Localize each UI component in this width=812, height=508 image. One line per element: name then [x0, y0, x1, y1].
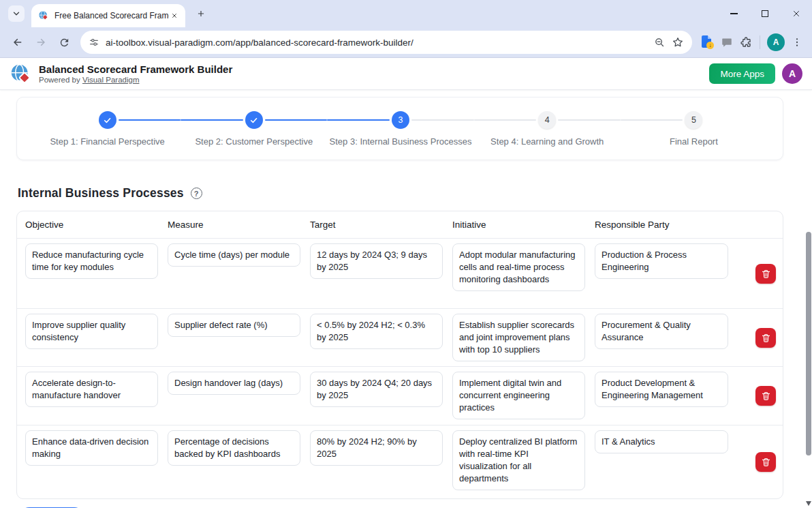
stepper-step-1[interactable]: Step 1: Financial Perspective	[34, 111, 181, 147]
trash-icon	[761, 391, 771, 401]
reload-button[interactable]	[53, 31, 75, 53]
bookmark-star-icon[interactable]	[672, 36, 684, 48]
delete-row-button[interactable]	[755, 386, 776, 406]
stepper-step-3[interactable]: 3 Step 3: Internal Business Processes	[327, 111, 473, 147]
target-input[interactable]: 80% by 2024 H2; 90% by 2025	[310, 430, 443, 466]
scorecard-table: Objective Measure Target Initiative Resp…	[16, 211, 783, 499]
initiative-input[interactable]: Deploy centralized BI platform with real…	[452, 430, 585, 490]
stepper-step-4[interactable]: 4 Step 4: Learning and Growth	[474, 111, 621, 147]
browser-tab[interactable]: Free Balanced Scorecard Framew	[31, 4, 185, 27]
back-icon	[12, 36, 24, 48]
responsible-party-input[interactable]: IT & Analytics	[595, 430, 728, 453]
step-1-check-circle	[99, 111, 116, 129]
browser-profile-avatar[interactable]: A	[767, 33, 785, 51]
address-bar[interactable]: ai-toolbox.visual-paradigm.com/app/balan…	[80, 31, 692, 54]
page-content: Balanced Scorecard Framework Builder Pow…	[0, 58, 812, 508]
tab-close-icon[interactable]	[169, 10, 180, 21]
stepper-card: Step 1: Financial Perspective Step 2: Cu…	[16, 97, 783, 160]
measure-input[interactable]: Design handover lag (days)	[168, 372, 300, 395]
table-row: Reduce manufacturing cycle time for key …	[17, 239, 783, 308]
document-extension-icon[interactable]: ↓	[702, 35, 714, 49]
delete-row-button[interactable]	[755, 328, 776, 348]
trash-icon	[761, 269, 771, 279]
initiative-input[interactable]: Implement digital twin and concurrent en…	[452, 372, 585, 419]
measure-input[interactable]: Cycle time (days) per module	[168, 243, 300, 267]
zoom-indicator-icon[interactable]	[654, 37, 666, 48]
reload-icon	[59, 37, 70, 48]
scrollbar-down-arrow[interactable]	[806, 501, 811, 506]
toolbar-divider	[760, 35, 760, 49]
responsible-party-input[interactable]: Production & Process Engineering	[595, 243, 728, 279]
trash-icon	[761, 457, 771, 467]
step-3-label: Step 3: Internal Business Processes	[330, 136, 472, 147]
initiative-input[interactable]: Establish supplier scorecards and joint …	[452, 314, 585, 361]
connector	[327, 119, 390, 121]
close-button[interactable]	[781, 0, 812, 27]
page-title: Internal Business Processes	[18, 186, 184, 200]
visual-paradigm-link[interactable]: Visual Paradigm	[82, 76, 140, 84]
site-settings-icon[interactable]	[89, 37, 99, 48]
plus-icon	[196, 9, 206, 18]
objective-input[interactable]: Reduce manufacturing cycle time for key …	[25, 243, 158, 279]
more-apps-button[interactable]: More Apps	[709, 63, 775, 84]
page-scrollbar[interactable]	[805, 58, 812, 508]
objective-input[interactable]: Improve supplier quality consistency	[25, 314, 158, 349]
target-input[interactable]: < 0.5% by 2024 H2; < 0.3% by 2025	[310, 314, 443, 349]
responsible-party-input[interactable]: Product Development & Engineering Manage…	[595, 372, 728, 407]
delete-row-button[interactable]	[755, 264, 776, 284]
doc-badge-arrow: ↓	[706, 42, 714, 49]
browser-titlebar: Free Balanced Scorecard Framew	[0, 0, 812, 27]
delete-row-button[interactable]	[755, 452, 776, 472]
connector	[34, 119, 97, 121]
objective-input[interactable]: Enhance data-driven decision making	[25, 430, 158, 466]
trash-icon	[761, 333, 771, 343]
help-icon[interactable]: ?	[191, 188, 202, 199]
column-header-responsible-party: Responsible Party	[595, 220, 728, 230]
target-input[interactable]: 12 days by 2024 Q3; 9 days by 2025	[310, 243, 443, 279]
objective-input[interactable]: Accelerate design-to-manufacture handove…	[25, 372, 158, 407]
browser-window: Free Balanced Scorecard Framew	[0, 0, 812, 508]
target-input[interactable]: 30 days by 2024 Q4; 20 days by 2025	[310, 372, 443, 407]
doc-fold	[708, 35, 711, 39]
app-header: Balanced Scorecard Framework Builder Pow…	[0, 58, 812, 90]
step-4-label: Step 4: Learning and Growth	[490, 136, 604, 147]
maximize-button[interactable]	[749, 0, 781, 27]
section-heading: Internal Business Processes ?	[18, 186, 812, 200]
measure-input[interactable]: Supplier defect rate (%)	[168, 314, 300, 337]
initiative-input[interactable]: Adopt modular manufacturing cells and re…	[452, 243, 585, 291]
responsible-party-input[interactable]: Procurement & Quality Assurance	[595, 314, 728, 349]
connector	[704, 119, 767, 121]
back-button[interactable]	[7, 31, 29, 53]
new-tab-button[interactable]	[192, 5, 210, 23]
browser-toolbar: ai-toolbox.visual-paradigm.com/app/balan…	[0, 27, 812, 58]
app-title: Balanced Scorecard Framework Builder	[39, 63, 232, 75]
app-titles: Balanced Scorecard Framework Builder Pow…	[39, 63, 232, 85]
stepper-step-5[interactable]: 5 Final Report	[621, 111, 767, 147]
column-header-target: Target	[310, 220, 443, 230]
column-header-initiative: Initiative	[452, 220, 585, 230]
column-header-measure: Measure	[168, 220, 300, 230]
chat-extension-icon[interactable]	[721, 36, 733, 48]
check-icon	[249, 116, 258, 125]
check-icon	[103, 116, 112, 125]
forward-icon	[35, 36, 47, 48]
minimize-button[interactable]	[718, 0, 749, 27]
table-header-row: Objective Measure Target Initiative Resp…	[17, 211, 783, 239]
tab-search-button[interactable]	[8, 5, 25, 22]
chevron-down-icon	[12, 9, 21, 18]
powered-by: Powered by Visual Paradigm	[39, 75, 232, 85]
step-5-label: Final Report	[670, 136, 718, 147]
step-3-number-circle: 3	[392, 111, 409, 129]
scrollbar-thumb[interactable]	[806, 232, 811, 455]
toolbar-extensions: ↓ A	[699, 33, 805, 51]
stepper: Step 1: Financial Perspective Step 2: Cu…	[34, 111, 767, 147]
extensions-puzzle-icon[interactable]	[740, 36, 753, 49]
url-text[interactable]: ai-toolbox.visual-paradigm.com/app/balan…	[106, 38, 648, 48]
column-header-objective: Objective	[25, 220, 158, 230]
menu-dots-icon[interactable]	[792, 37, 802, 48]
account-avatar[interactable]: A	[782, 63, 802, 84]
step-1-label: Step 1: Financial Perspective	[50, 136, 164, 147]
measure-input[interactable]: Percentage of decisions backed by KPI da…	[168, 430, 300, 466]
stepper-step-2[interactable]: Step 2: Customer Perspective	[181, 111, 327, 147]
forward-button[interactable]	[30, 31, 52, 53]
